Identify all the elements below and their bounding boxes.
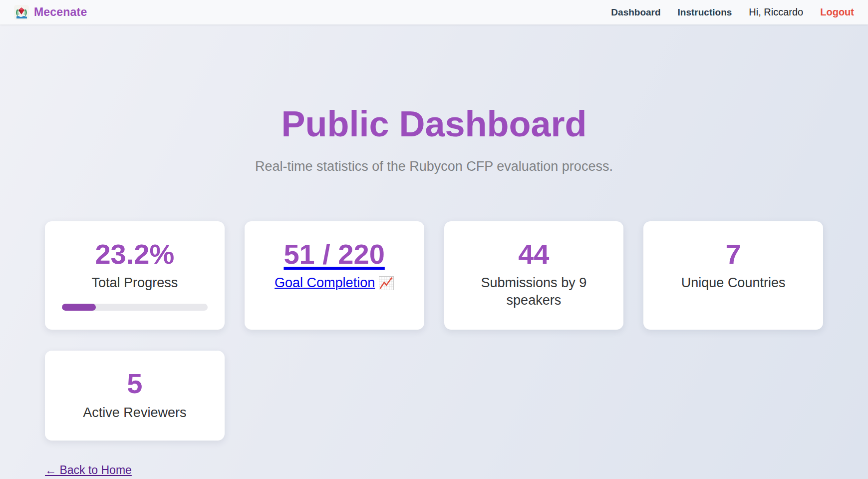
brand-home-link[interactable]: Mecenate [14,5,87,20]
top-navbar: Mecenate Dashboard Instructions Hi, Ricc… [0,0,868,24]
unique-countries-value: 7 [660,238,806,270]
stat-card-total-progress: 23.2% Total Progress [45,221,225,330]
goal-completion-link[interactable]: 51 / 220 Goal Completion [275,238,394,291]
stats-grid: 23.2% Total Progress 51 / 220 Goal Compl… [45,221,823,441]
total-progress-label: Total Progress [62,274,208,292]
brand-name: Mecenate [34,5,87,19]
stat-card-active-reviewers: 5 Active Reviewers [45,351,225,440]
submissions-label: Submissions by 9 speakers [461,274,607,309]
active-reviewers-label: Active Reviewers [62,404,208,422]
goal-completion-value: 51 / 220 [275,238,394,270]
logout-link[interactable]: Logout [820,6,854,18]
stat-card-goal-completion: 51 / 220 Goal Completion [245,221,424,330]
stat-card-submissions: 44 Submissions by 9 speakers [444,221,624,330]
progress-bar-track [62,304,208,311]
goal-completion-label-text: Goal Completion [275,275,375,291]
stat-card-unique-countries: 7 Unique Countries [643,221,823,330]
user-greeting: Hi, Riccardo [749,6,803,18]
submissions-value: 44 [461,238,607,270]
ruby-laurel-logo-icon [14,5,29,20]
total-progress-value: 23.2% [62,238,208,270]
unique-countries-label: Unique Countries [660,274,806,292]
page-subtitle: Real-time statistics of the Rubycon CFP … [0,158,868,175]
nav-item-dashboard[interactable]: Dashboard [611,7,660,18]
page-title: Public Dashboard [0,103,868,145]
back-to-home-link[interactable]: ← Back to Home [45,464,132,477]
progress-bar-fill [62,304,96,311]
goal-completion-label: Goal Completion [275,275,394,291]
active-reviewers-value: 5 [62,368,208,400]
chart-increasing-icon [379,276,394,290]
main-content: Public Dashboard Real-time statistics of… [0,103,868,477]
nav-item-instructions[interactable]: Instructions [678,7,732,18]
nav-links: Dashboard Instructions Hi, Riccardo Logo… [611,6,854,18]
